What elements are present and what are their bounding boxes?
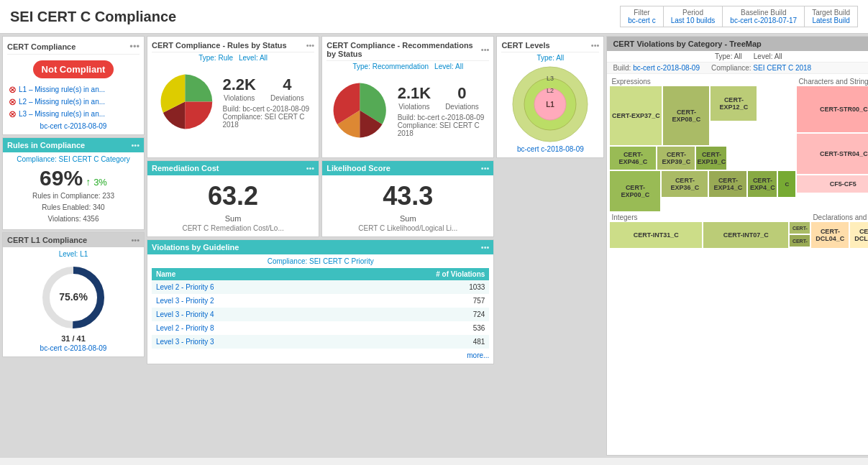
viol-subtitle: Compliance: SEI CERT C Priority xyxy=(152,257,489,265)
rec-pie-chart xyxy=(329,76,390,144)
tm-cell-dcl04[interactable]: CERT-DCL04_C xyxy=(811,222,849,248)
middle-columns: CERT Compliance - Rules by Status ••• Ty… xyxy=(147,36,604,456)
levels-more[interactable]: ••• xyxy=(591,41,600,50)
cert-levels-card: CERT Levels ••• Type: All L1 L2 xyxy=(496,36,604,158)
issue-l2: ⊗ L2 – Missing rule(s) in an... xyxy=(9,96,138,107)
cert-compliance-build: bc-cert c-2018-08-09 xyxy=(7,122,140,130)
l1-fraction: 31 / 41 xyxy=(7,334,140,343)
chars-label: Characters and Strings xyxy=(797,77,868,86)
tm-cell-str00[interactable]: CERT-STR00_C xyxy=(797,86,868,132)
rbs-title: CERT Compliance - Rules by Status xyxy=(152,41,287,50)
integers-cells: CERT-INT31_C CERT-INT07_C CERT- CERT- xyxy=(610,222,810,248)
l1-more[interactable]: ••• xyxy=(131,236,140,244)
levels-build: bc-cert c-2018-08-09 xyxy=(501,145,599,153)
header-filters: Filter bc-cert c Period Last 10 builds B… xyxy=(620,6,858,27)
issue-l3-text[interactable]: L3 – Missing rule(s) in an... xyxy=(19,110,105,118)
rules-detail-2: Violations: 4356 xyxy=(7,213,140,225)
issue-l2-icon: ⊗ xyxy=(9,96,17,107)
row-2-name[interactable]: Level 3 - Priority 4 xyxy=(152,308,333,321)
rbs-deviations-num: 4 xyxy=(270,75,304,94)
rec-header-row: CERT Compliance - Recommendations by Sta… xyxy=(326,41,489,61)
l1-build: bc-cert c-2018-08-09 xyxy=(7,344,140,352)
filter-label: Filter xyxy=(628,9,655,17)
rbs-stats-row: 2.2K Violations 4 Deviations xyxy=(222,75,311,102)
middle-row: Remediation Cost ••• 63.2 Sum CERT C Rem… xyxy=(147,160,604,237)
rbs-type: Type: Rule xyxy=(198,54,233,62)
tm-cell-exp36[interactable]: CERT-EXP36_C xyxy=(662,171,708,197)
filter-target[interactable]: Target Build Latest Build xyxy=(805,6,857,27)
tm-cell-c-extra2[interactable]: CERT- xyxy=(790,235,810,247)
levels-title: CERT Levels xyxy=(501,41,549,50)
rules-compliance-more[interactable]: ••• xyxy=(131,141,140,149)
rbs-header-row: CERT Compliance - Rules by Status ••• xyxy=(152,41,314,52)
rem-title: Remediation Cost xyxy=(152,164,219,172)
lik-more[interactable]: ••• xyxy=(481,164,490,172)
issue-l1: ⊗ L1 – Missing rule(s) in an... xyxy=(9,84,138,95)
row-4-name[interactable]: Level 3 - Priority 3 xyxy=(152,335,333,349)
issue-l1-icon: ⊗ xyxy=(9,84,17,95)
treemap-compliance-label: Compliance: SEI CERT C 2018 xyxy=(711,64,811,72)
treemap-panel: CERT Violations by Category - TreeMap ••… xyxy=(606,36,868,456)
cert-compliance-header: CERT Compliance ••• xyxy=(7,41,140,55)
tm-cell-int-extra[interactable]: CERT- CERT- xyxy=(790,222,810,248)
treemap-title: CERT Violations by Category - TreeMap xyxy=(613,40,761,48)
svg-text:L3: L3 xyxy=(547,75,554,82)
rbs-more[interactable]: ••• xyxy=(306,41,315,50)
issue-l1-text[interactable]: L1 – Missing rule(s) in an... xyxy=(19,86,105,93)
more-link[interactable]: more... xyxy=(152,351,489,359)
tm-cell-str04[interactable]: CERT-STR04_C xyxy=(797,134,868,174)
rbs-sub-row: Type: Rule Level: All xyxy=(152,54,314,62)
l1-title: CERT L1 Compliance xyxy=(7,236,87,244)
tm-cell-int31[interactable]: CERT-INT31_C xyxy=(610,222,702,248)
tm-cell-dcl19[interactable]: CERT-DCL19_C xyxy=(850,222,868,248)
treemap-chars-strings: Characters and Strings CERT-STR00_C CERT… xyxy=(797,77,868,211)
tm-cell-exp00[interactable]: CERT-EXP00_C xyxy=(610,171,660,211)
left-column: CERT Compliance ••• Not Compliant ⊗ L1 –… xyxy=(2,36,145,456)
table-row: Level 3 - Priority 4 724 xyxy=(152,308,489,321)
treemap-expressions: Expressions CERT-EXP37_C CERT-EXP08_C CE… xyxy=(610,77,795,211)
row-3-name[interactable]: Level 2 - Priority 8 xyxy=(152,321,333,335)
top-row: CERT Compliance - Rules by Status ••• Ty… xyxy=(147,36,604,158)
cert-compliance-more[interactable]: ••• xyxy=(129,41,140,52)
period-label: Period xyxy=(671,9,716,17)
tm-cell-exp14[interactable]: CERT-EXP14_C xyxy=(709,171,746,197)
tm-cell-c-extra1[interactable]: CERT- xyxy=(790,222,810,234)
recommendations-card: CERT Compliance - Recommendations by Sta… xyxy=(321,36,494,158)
tm-cell-int07[interactable]: CERT-INT07_C xyxy=(703,222,788,248)
filter-filter[interactable]: Filter bc-cert c xyxy=(621,6,663,27)
treemap-sub-row: Type: All Level: All xyxy=(607,51,868,63)
treemap-level: Level: All xyxy=(754,52,782,60)
l1-donut-chart: 75.6% xyxy=(41,265,106,330)
rec-type: Type: Recommendation xyxy=(352,63,429,70)
tm-cell-exp12[interactable]: CERT-EXP12_C xyxy=(711,86,757,121)
tm-cell-exp37[interactable]: CERT-EXP37_C xyxy=(610,86,662,145)
rec-more[interactable]: ••• xyxy=(481,45,490,54)
rec-build: Build: bc-cert c-2018-08-09 xyxy=(398,114,487,121)
issue-l2-text[interactable]: L2 – Missing rule(s) in an... xyxy=(19,98,105,106)
cert-compliance-title: CERT Compliance xyxy=(7,42,76,51)
levels-header-row: CERT Levels ••• xyxy=(501,41,599,52)
tm-cell-exp46[interactable]: CERT-EXP46_C xyxy=(610,147,656,170)
tm-cell-exp39[interactable]: CERT-EXP39_C xyxy=(657,147,695,170)
treemap-build-value: bc-cert c-2018-08-09 xyxy=(633,64,700,72)
rules-compliance-change: 3% xyxy=(93,177,107,188)
viol-more[interactable]: ••• xyxy=(481,243,490,252)
treemap-top-section: Expressions CERT-EXP37_C CERT-EXP08_C CE… xyxy=(610,77,868,211)
tm-cell-exp08[interactable]: CERT-EXP08_C xyxy=(663,86,709,145)
table-row: Level 3 - Priority 3 481 xyxy=(152,335,489,349)
row-0-name[interactable]: Level 2 - Priority 6 xyxy=(152,280,333,294)
treemap-decl: Declarations and Initializati... CERT-DC… xyxy=(811,213,868,248)
rem-sum-label: Sum xyxy=(152,214,314,223)
rules-compliance-title: Rules in Compliance xyxy=(7,141,85,149)
tm-cell-exp19[interactable]: CERT-EXP19_C xyxy=(696,147,726,170)
rem-more[interactable]: ••• xyxy=(306,164,315,172)
filter-period[interactable]: Period Last 10 builds xyxy=(664,6,723,27)
col-name-header: Name xyxy=(152,268,333,280)
tm-cell-exp4[interactable]: CERT-EXP4_C xyxy=(748,171,777,197)
l1-compliance-card: CERT L1 Compliance ••• Level: L1 75.6% 3… xyxy=(2,232,145,357)
tm-cell-c[interactable]: C xyxy=(778,171,795,197)
rules-teal-header: Rules in Compliance ••• xyxy=(3,138,144,152)
tm-cell-cf5[interactable]: CF5-CF5 xyxy=(797,175,868,193)
row-1-name[interactable]: Level 3 - Priority 2 xyxy=(152,294,333,308)
filter-baseline[interactable]: Baseline Build bc-cert c-2018-07-17 xyxy=(723,6,805,27)
